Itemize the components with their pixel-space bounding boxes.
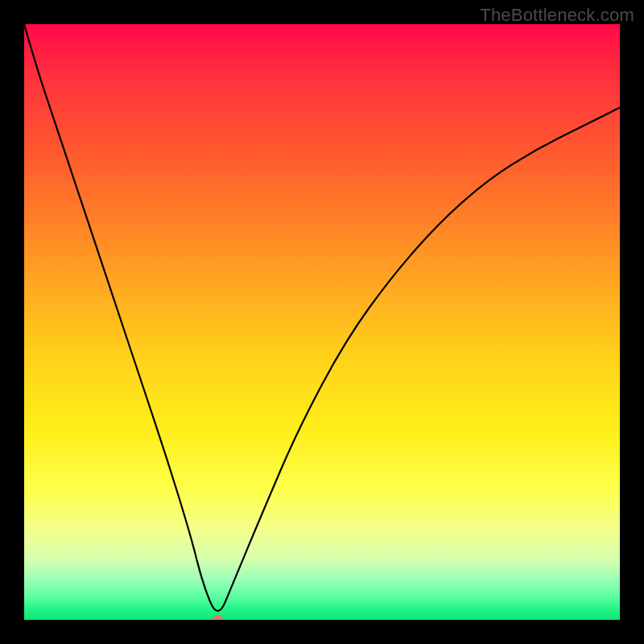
optimal-point-marker: [213, 616, 224, 620]
bottleneck-curve-svg: [24, 24, 620, 620]
watermark-brand: TheBottleneck.com: [480, 5, 634, 26]
bottleneck-curve-path: [24, 24, 620, 611]
chart-frame: [24, 24, 620, 620]
